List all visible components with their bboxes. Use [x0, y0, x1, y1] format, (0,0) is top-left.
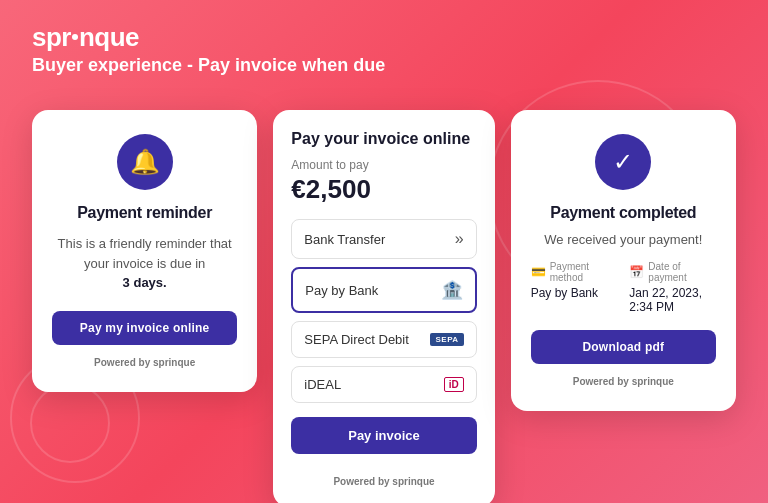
download-pdf-button[interactable]: Download pdf	[531, 330, 716, 364]
payment-date-detail: 📅 Date of payment Jan 22, 2023, 2:34 PM	[629, 261, 716, 314]
pay-invoice-button[interactable]: Pay my invoice online	[52, 311, 237, 345]
logo: sprnque	[32, 22, 385, 53]
invoice-title: Pay your invoice online	[291, 130, 476, 148]
amount-value: €2,500	[291, 174, 476, 205]
completed-brand: sprinque	[632, 376, 674, 387]
pay-by-bank-label: Pay by Bank	[305, 283, 378, 298]
date-label: Date of payment	[648, 261, 716, 283]
bell-icon-container: 🔔	[117, 134, 173, 190]
completed-powered-by: Powered by sprinque	[531, 376, 716, 387]
bell-icon: 🔔	[130, 148, 160, 176]
payment-details: 💳 Payment method Pay by Bank 📅 Date of p…	[531, 261, 716, 314]
completed-title: Payment completed	[531, 204, 716, 222]
invoice-powered-by: Powered by sprinque	[291, 476, 476, 487]
method-label: Payment method	[550, 261, 618, 283]
payment-option-sepa[interactable]: SEPA Direct Debit SEPA	[291, 321, 476, 358]
page-title: Buyer experience - Pay invoice when due	[32, 55, 385, 76]
calendar-icon: 📅	[629, 265, 644, 279]
bank-icon: 🏦	[441, 279, 463, 301]
cards-container: 🔔 Payment reminder This is a friendly re…	[32, 110, 736, 503]
reminder-body: This is a friendly reminder that your in…	[52, 234, 237, 293]
payment-option-bank-transfer[interactable]: Bank Transfer »	[291, 219, 476, 259]
logo-dot	[72, 34, 78, 40]
payment-option-ideal[interactable]: iDEAL iD	[291, 366, 476, 403]
date-label-row: 📅 Date of payment	[629, 261, 716, 283]
sepa-icon: SEPA	[430, 333, 463, 346]
payment-received-text: We received your payment!	[531, 232, 716, 247]
payment-completed-card: ✓ Payment completed We received your pay…	[511, 110, 736, 411]
invoice-brand: sprinque	[392, 476, 434, 487]
check-icon-container: ✓	[595, 134, 651, 190]
header: sprnque Buyer experience - Pay invoice w…	[32, 22, 385, 76]
payment-method-detail: 💳 Payment method Pay by Bank	[531, 261, 618, 314]
ideal-icon: iD	[444, 377, 464, 392]
sepa-label: SEPA Direct Debit	[304, 332, 409, 347]
card-icon: 💳	[531, 265, 546, 279]
date-value: Jan 22, 2023, 2:34 PM	[629, 286, 716, 314]
pay-invoice-submit-button[interactable]: Pay invoice	[291, 417, 476, 454]
bank-transfer-label: Bank Transfer	[304, 232, 385, 247]
reminder-brand: sprinque	[153, 357, 195, 368]
pay-invoice-card: Pay your invoice online Amount to pay €2…	[273, 110, 494, 503]
payment-option-pay-by-bank[interactable]: Pay by Bank 🏦	[291, 267, 476, 313]
checkmark-icon: ✓	[613, 148, 633, 176]
reminder-days: 3 days.	[123, 275, 167, 290]
reminder-powered-by: Powered by sprinque	[52, 357, 237, 368]
amount-label: Amount to pay	[291, 158, 476, 172]
ideal-label: iDEAL	[304, 377, 341, 392]
method-label-row: 💳 Payment method	[531, 261, 618, 283]
chevrons-icon: »	[455, 230, 464, 248]
method-value: Pay by Bank	[531, 286, 618, 300]
payment-reminder-card: 🔔 Payment reminder This is a friendly re…	[32, 110, 257, 392]
reminder-title: Payment reminder	[52, 204, 237, 222]
